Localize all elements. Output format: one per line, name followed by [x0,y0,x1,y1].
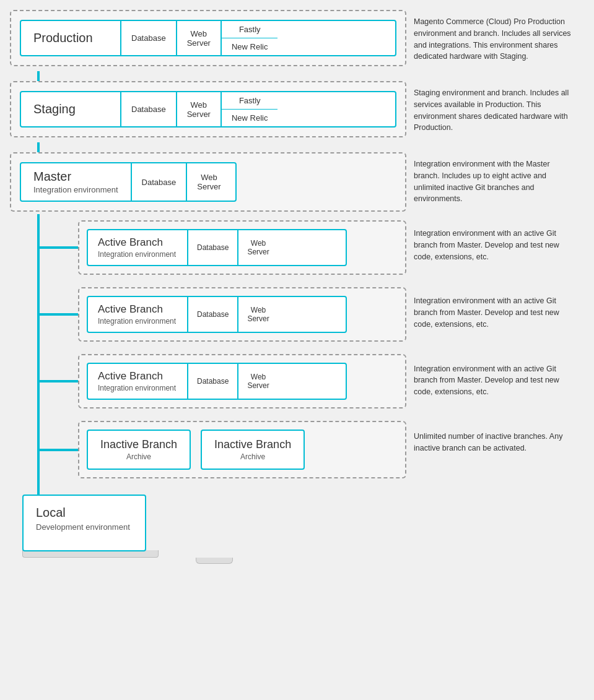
local-subtitle: Development environment [36,522,130,532]
production-main: Production [21,21,120,55]
main-vert-trunk [37,214,40,485]
staging-title: Staging [33,102,108,116]
active-branch-db-1: Database [187,230,237,265]
staging-right-services: Fastly New Relic [221,92,278,126]
active-branch-title-2: Active Branch [98,303,177,316]
production-newrelic: New Relic [222,38,278,55]
diagram-page: Production Database WebServer Fastly New… [10,10,584,566]
trunk-local [10,485,584,495]
h-line-1 [37,246,78,249]
staging-main: Staging [21,92,120,126]
trunk-line-2 [37,142,40,152]
active-branch-ws-1: WebServer [237,230,277,265]
production-left: Production Database WebServer Fastly New… [10,10,406,69]
active-branch-card-3: Active Branch Integration environment Da… [87,363,347,400]
inactive-branch-desc: Unlimited number of inactive branches. A… [406,417,584,485]
active-branch-dashed-3: Active Branch Integration environment Da… [78,354,406,408]
active-branch-subtitle-3: Integration environment [98,384,177,392]
active-branch-desc-1: Integration environment with an active G… [406,214,584,282]
active-branch-db-3: Database [187,364,237,399]
trunk-1 [10,71,584,81]
production-dashed-wrap: Production Database WebServer Fastly New… [10,10,406,66]
production-fastly: Fastly [222,21,278,38]
local-left: Local Development environment [10,495,406,564]
active-branch-ws-2: WebServer [237,297,277,332]
master-database: Database [131,163,186,201]
active-branch-card-2: Active Branch Integration environment Da… [87,296,347,333]
branch-descriptions: Integration environment with an active G… [406,214,584,485]
inactive-card-1: Inactive Branch Archive [87,430,191,470]
inactive-branch-dashed: Inactive Branch Archive Inactive Branch … [78,421,406,478]
h-line-2 [37,313,78,316]
h-line-3 [37,380,78,382]
master-main: Master Integration environment [21,163,131,201]
production-desc: Magento Commerce (Cloud) Pro Production … [406,10,584,69]
master-row: Master Integration environment Database … [10,152,584,212]
active-branch-subtitle-2: Integration environment [98,317,177,326]
active-branch-dashed-2: Active Branch Integration environment Da… [78,287,406,342]
integration-left-col: Active Branch Integration environment Da… [10,214,406,485]
inactive-cards-container: Inactive Branch Archive Inactive Branch … [87,430,398,470]
production-webserver: WebServer [176,21,221,55]
staging-desc: Staging environment and branch. Includes… [406,81,584,140]
active-branch-desc-3: Integration environment with an active G… [406,350,584,417]
local-card: Local Development environment [22,495,146,551]
master-card: Master Integration environment Database … [20,162,237,202]
staging-newrelic: New Relic [222,110,278,126]
production-card: Production Database WebServer Fastly New… [20,20,396,56]
staging-fastly: Fastly [222,92,278,110]
laptop-stand [196,558,233,564]
inactive-branch-row: Inactive Branch Archive Inactive Branch … [78,415,406,485]
master-title: Master [33,170,118,184]
staging-database: Database [120,92,176,126]
production-right-services: Fastly New Relic [221,21,278,55]
staging-webserver: WebServer [176,92,221,126]
integration-section: Active Branch Integration environment Da… [10,214,584,485]
master-dashed-wrap: Master Integration environment Database … [10,152,406,212]
local-right-empty [406,495,584,564]
branch-list: Active Branch Integration environment Da… [10,214,406,485]
staging-card: Staging Database WebServer Fastly New Re… [20,91,396,127]
active-branch-main-1: Active Branch Integration environment [88,230,187,265]
local-row: Local Development environment [10,495,584,564]
master-left: Master Integration environment Database … [10,152,406,212]
inactive-card-2: Inactive Branch Archive [201,430,305,470]
trunk-line-local [37,485,40,495]
active-branch-row-3: Active Branch Integration environment Da… [78,348,406,415]
active-branch-desc-2: Integration environment with an active G… [406,282,584,349]
active-branch-card-1: Active Branch Integration environment Da… [87,229,347,266]
active-branch-title-1: Active Branch [98,236,177,249]
h-line-inactive [37,449,78,451]
active-branch-ws-3: WebServer [237,364,277,399]
active-branch-main-2: Active Branch Integration environment [88,297,187,332]
staging-left: Staging Database WebServer Fastly New Re… [10,81,406,140]
active-branch-main-3: Active Branch Integration environment [88,364,187,399]
local-title: Local [36,506,66,520]
inactive-title-2: Inactive Branch [214,438,291,451]
active-branch-row-2: Active Branch Integration environment Da… [78,281,406,348]
active-branch-dashed-1: Active Branch Integration environment Da… [78,220,406,275]
production-title: Production [33,31,108,45]
production-database: Database [120,21,176,55]
master-subtitle: Integration environment [33,185,118,194]
active-branch-row-1: Active Branch Integration environment Da… [78,214,406,281]
trunk-line-1 [37,71,40,81]
trunk-2 [10,142,584,152]
active-branch-title-3: Active Branch [98,370,177,382]
inactive-subtitle-2: Archive [240,452,265,461]
production-row: Production Database WebServer Fastly New… [10,10,584,69]
inactive-subtitle-1: Archive [126,452,151,461]
master-desc: Integration environment with the Master … [406,152,584,212]
inactive-title-1: Inactive Branch [100,438,177,451]
active-branch-subtitle-1: Integration environment [98,250,177,259]
staging-row: Staging Database WebServer Fastly New Re… [10,81,584,140]
master-webserver: WebServer [186,163,230,201]
staging-dashed-wrap: Staging Database WebServer Fastly New Re… [10,81,406,137]
active-branch-db-2: Database [187,297,237,332]
